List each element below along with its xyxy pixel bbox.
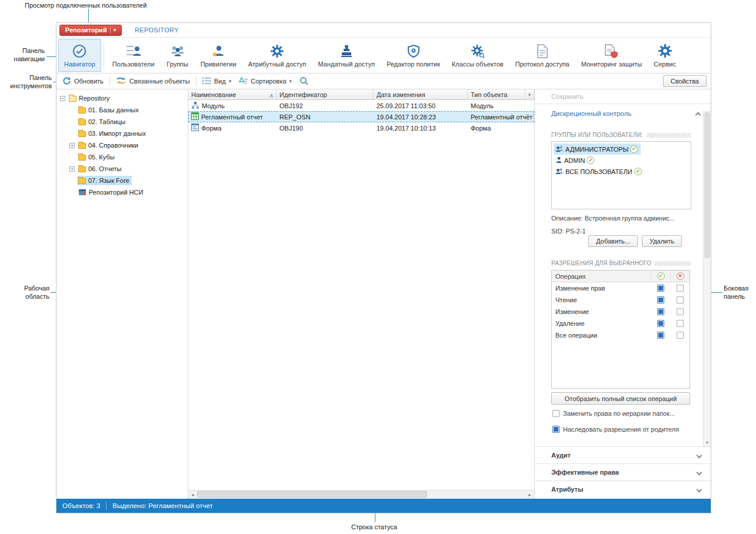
inherit-permissions-option[interactable]: Наследовать разрешения от родителя (552, 426, 679, 433)
cell-date: 19.04.2017 10:10:13 (377, 125, 436, 132)
expand-expander-icon[interactable]: + (69, 143, 75, 148)
ribbon-item-mandatory-access[interactable]: Мандатный доступ (312, 39, 381, 72)
allow-checkbox[interactable] (657, 308, 664, 315)
deny-checkbox[interactable] (677, 320, 684, 327)
tree-item-reports[interactable]: + 06. Отчеты (56, 163, 188, 175)
tree-item-label: 03. Импорт данных (88, 130, 146, 137)
ribbon-item-service[interactable]: Сервис (648, 39, 682, 72)
section-header-audit[interactable]: Аудит (535, 446, 711, 463)
group-item-administrators[interactable]: АДМИНИСТРАТОРЫ ✓ (554, 143, 641, 155)
annotation-work-area: Рабочая область (0, 285, 49, 301)
add-button[interactable]: Добавить... (588, 235, 638, 247)
allow-checkbox[interactable] (657, 320, 664, 327)
column-header-name[interactable]: Наименование ▲ (188, 89, 277, 99)
deny-checkbox[interactable] (677, 308, 684, 315)
view-dropdown[interactable]: Вид ▾ (201, 76, 233, 87)
column-header-type[interactable]: Тип объекта (468, 89, 525, 99)
ribbon-item-policy-editor[interactable]: Редактор политик (381, 39, 446, 72)
module-icon (191, 101, 199, 111)
tree-item-nsi-repository[interactable]: Репозиторий НСИ (56, 186, 188, 198)
related-objects-button[interactable]: Связанные объекты (114, 75, 192, 87)
cell-identifier: OBJ192 (279, 102, 303, 109)
search-button[interactable] (298, 75, 310, 88)
tab-repository[interactable]: REPOSITORY (130, 25, 184, 35)
groups-icon (170, 44, 185, 59)
folder-icon (69, 96, 76, 102)
inherit-permissions-checkbox[interactable] (552, 426, 559, 433)
allow-checkbox[interactable] (657, 296, 664, 303)
ribbon-item-groups[interactable]: Группы (161, 39, 195, 72)
column-header-date[interactable]: Дата изменения (374, 89, 468, 99)
deny-checkbox[interactable] (677, 296, 684, 303)
ribbon-item-object-classes[interactable]: Классы объектов (446, 39, 509, 72)
form-icon (191, 124, 199, 132)
list-row-module[interactable]: Модуль OBJ192 25.09.2017 11:03:50 Модуль (188, 100, 534, 111)
save-button-disabled[interactable]: Сохранить (551, 93, 584, 100)
ribbon-item-security-monitor[interactable]: Мониторинг защиты (575, 39, 648, 72)
tab-bar: Репозиторий ▾ REPOSITORY (56, 23, 711, 37)
replace-hierarchy-option[interactable]: Заменить права по иерархии папок... (552, 410, 675, 417)
section-header-attributes[interactable]: Атрибуты (535, 480, 711, 498)
tree-item-tables[interactable]: 02. Таблицы (56, 116, 188, 128)
app-window: Репозиторий ▾ REPOSITORY Навигатор Польз… (56, 22, 711, 513)
list-header: Наименование ▲ Идентификатор Дата измене… (188, 89, 534, 100)
status-divider (106, 502, 106, 510)
ribbon-item-privileges[interactable]: Привилегии (195, 39, 242, 72)
scrollbar-thumb[interactable] (704, 112, 710, 259)
cell-type: Модуль (471, 102, 494, 109)
tree-item-repository-root[interactable]: − Repository (56, 92, 188, 104)
collapse-expander-icon[interactable]: − (60, 96, 65, 101)
policy-editor-icon (407, 44, 421, 59)
refresh-button[interactable]: Обновить (61, 75, 105, 88)
tree-item-label: Репозиторий НСИ (89, 189, 143, 196)
security-monitor-icon (604, 44, 618, 59)
folder-icon (78, 108, 86, 114)
tree-item-cubes[interactable]: 05. Кубы (56, 151, 188, 163)
ribbon-item-navigator[interactable]: Навигатор (58, 39, 101, 72)
scroll-left-icon[interactable]: ◄ (188, 490, 197, 499)
group-name: АДМИНИСТРАТОРЫ (565, 146, 628, 153)
ribbon-item-users[interactable]: Пользователи (106, 39, 161, 72)
permission-row: Все операции (552, 329, 690, 341)
tree-item-fore-language[interactable]: 07. Язык Fore (56, 175, 188, 186)
cell-name: Модуль (202, 102, 225, 109)
list-row-form[interactable]: Форма OBJ190 19.04.2017 10:10:13 Форма (188, 122, 534, 134)
group-item-admin[interactable]: ADMIN ✓ (554, 155, 597, 166)
ribbon-navigation: Навигатор Пользователи Группы Привилегии (56, 37, 711, 74)
section-header-discretionary-control[interactable]: Дискреционный контроль (551, 110, 631, 117)
ribbon-item-label: Протокол доступа (515, 61, 570, 68)
tree-item-dictionaries[interactable]: + 04. Справочники (56, 139, 188, 151)
chevron-down-icon (697, 452, 702, 458)
scrollbar-thumb[interactable] (197, 491, 427, 498)
horizontal-scrollbar[interactable]: ◄ ► (188, 490, 534, 499)
tree-item-import[interactable]: 03. Импорт данных (56, 128, 188, 139)
scroll-down-icon[interactable]: ▾ (704, 439, 711, 446)
delete-button[interactable]: Удалить (642, 235, 682, 247)
full-operations-list-button[interactable]: Отобразить полный список операций (551, 392, 690, 405)
allow-checkbox[interactable] (657, 332, 664, 339)
group-item-all-users[interactable]: ВСЕ ПОЛЬЗОВАТЕЛИ ✓ (554, 166, 645, 177)
section-header-effective-rights[interactable]: Эффективные права (535, 463, 711, 480)
chevron-down-icon: ▾ (528, 92, 531, 98)
allow-checkbox[interactable] (657, 285, 664, 292)
ribbon-item-attribute-access[interactable]: Атрибутный доступ (242, 39, 312, 72)
sort-dropdown[interactable]: Сортировка ▾ (237, 76, 294, 87)
deny-checkbox[interactable] (677, 332, 684, 339)
allow-column-icon: ✓ (657, 272, 665, 280)
properties-button[interactable]: Свойства (663, 75, 707, 87)
tree-item-databases[interactable]: 01. Базы данных (56, 104, 188, 116)
scroll-right-icon[interactable]: ► (525, 490, 534, 499)
replace-hierarchy-checkbox[interactable] (552, 410, 559, 417)
column-header-identifier[interactable]: Идентификатор (277, 89, 374, 99)
tree-item-label: 05. Кубы (88, 153, 115, 161)
chevron-up-icon[interactable] (695, 112, 701, 118)
status-bar: Объектов: 3 Выделено: Регламентный отчет (56, 499, 711, 513)
group-sid: SID: PS-2-1 (551, 228, 586, 235)
column-menu-button[interactable]: ▾ (525, 89, 534, 99)
list-row-regulated-report[interactable]: Регламентный отчет REP_OSN 19.04.2017 10… (188, 111, 534, 122)
vertical-scrollbar[interactable]: ▾ (703, 111, 711, 446)
ribbon-item-access-log[interactable]: Протокол доступа (509, 39, 575, 72)
expand-expander-icon[interactable]: + (69, 166, 75, 172)
deny-checkbox[interactable] (677, 285, 684, 292)
repository-menu-button[interactable]: Репозиторий ▾ (59, 25, 122, 36)
